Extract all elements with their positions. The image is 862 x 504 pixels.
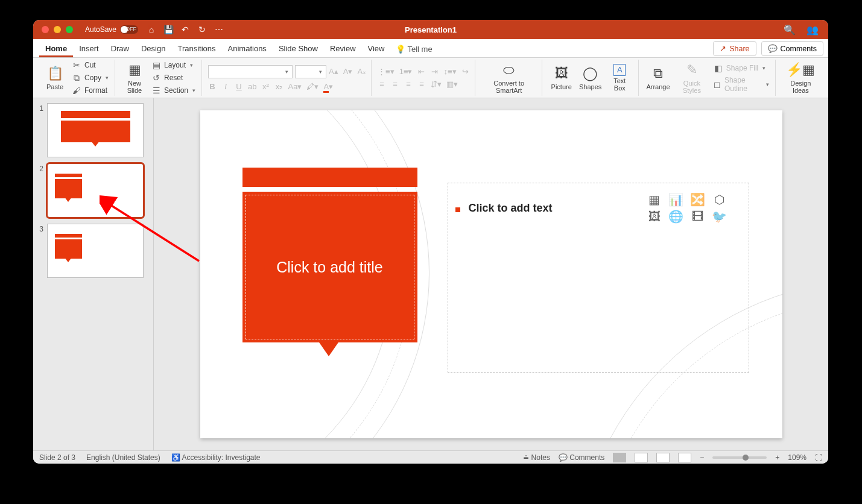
- change-case-button[interactable]: Aa▾: [288, 82, 302, 91]
- autosave-toggle[interactable]: AutoSave OFF: [85, 25, 138, 34]
- document-title: Presentation1: [405, 25, 457, 34]
- redo-icon[interactable]: ↻: [197, 25, 207, 34]
- decrease-font-icon[interactable]: A▾: [343, 67, 353, 76]
- layout-button[interactable]: ▤Layout▾: [150, 60, 197, 71]
- format-painter-button[interactable]: 🖌Format: [71, 85, 110, 96]
- share-people-icon[interactable]: 👥: [807, 24, 819, 36]
- thumbnail-2[interactable]: 2: [36, 163, 150, 218]
- title-placeholder[interactable]: Click to add title: [242, 192, 417, 342]
- undo-icon[interactable]: ↶: [180, 25, 190, 34]
- zoom-level[interactable]: 109%: [788, 453, 807, 462]
- reading-view-button[interactable]: [656, 453, 670, 462]
- insert-smartart-icon[interactable]: 🔀: [689, 193, 706, 206]
- thumbnail-3[interactable]: 3: [36, 224, 150, 278]
- share-button[interactable]: ↗Share: [713, 41, 756, 56]
- normal-view-button[interactable]: [613, 453, 626, 462]
- slide-counter[interactable]: Slide 2 of 3: [39, 453, 75, 462]
- zoom-out-button[interactable]: −: [700, 453, 704, 462]
- arrange-button[interactable]: ⧉Arrange: [645, 64, 671, 92]
- line-spacing-button[interactable]: ↕≡▾: [443, 67, 456, 76]
- align-right-button[interactable]: ≡: [404, 80, 413, 89]
- clipboard-icon: 📋: [46, 65, 63, 82]
- tab-insert[interactable]: Insert: [73, 40, 105, 57]
- fit-to-window-button[interactable]: ⛶: [815, 453, 822, 462]
- picture-button[interactable]: 🖼Picture: [548, 64, 575, 92]
- justify-button[interactable]: ≡: [417, 80, 426, 89]
- cut-button[interactable]: ✂Cut: [71, 60, 110, 71]
- align-left-button[interactable]: ≡: [378, 80, 386, 89]
- zoom-in-button[interactable]: +: [775, 453, 779, 462]
- quick-styles-button[interactable]: ✎Quick Styles: [674, 60, 710, 95]
- paste-button[interactable]: 📋 Paste: [42, 64, 68, 92]
- subscript-button[interactable]: x₂: [275, 82, 284, 91]
- tab-view[interactable]: View: [362, 40, 391, 57]
- close-window-button[interactable]: [42, 26, 49, 33]
- shape-outline-button[interactable]: ◻Shape Outline▾: [712, 75, 770, 93]
- more-icon[interactable]: ⋯: [214, 25, 224, 34]
- insert-icon-icon[interactable]: 🐦: [711, 210, 728, 223]
- search-icon[interactable]: 🔍: [784, 24, 796, 36]
- content-placeholder[interactable]: Click to add text ▦ 📊 🔀 ⬡ 🖼 🌐 🎞 🐦: [448, 183, 749, 373]
- tab-home[interactable]: Home: [39, 40, 73, 57]
- thumbnail-1[interactable]: 1: [36, 103, 150, 157]
- slideshow-view-button[interactable]: [678, 453, 691, 462]
- shapes-icon: ◯: [582, 65, 599, 82]
- tell-me-search[interactable]: 💡 Tell me: [391, 41, 437, 57]
- new-slide-button[interactable]: ▦ New Slide: [121, 60, 148, 95]
- shapes-button[interactable]: ◯Shapes: [577, 64, 604, 92]
- slide-canvas[interactable]: Click to add title Click to add text ▦ 📊…: [200, 110, 782, 438]
- columns-button[interactable]: ▥▾: [446, 80, 458, 89]
- increase-font-icon[interactable]: A▴: [329, 67, 338, 76]
- numbering-button[interactable]: 1≡▾: [399, 67, 413, 76]
- tab-transitions[interactable]: Transitions: [171, 40, 221, 57]
- tab-slide-show[interactable]: Slide Show: [273, 40, 324, 57]
- shape-fill-button[interactable]: ◧Shape Fill▾: [712, 63, 770, 74]
- callout-pointer: [318, 341, 340, 356]
- minimize-window-button[interactable]: [54, 26, 61, 33]
- tab-animations[interactable]: Animations: [222, 40, 273, 57]
- save-icon[interactable]: 💾: [163, 25, 173, 34]
- autosave-switch[interactable]: OFF: [120, 25, 138, 34]
- text-direction-button[interactable]: ↪: [461, 67, 470, 76]
- text-box-button[interactable]: AText Box: [606, 63, 633, 93]
- reset-button[interactable]: ↺Reset: [150, 72, 197, 83]
- bold-button[interactable]: B: [208, 82, 217, 91]
- decrease-indent-button[interactable]: ⇤: [417, 67, 425, 76]
- comments-button[interactable]: 💬Comments: [761, 41, 823, 56]
- tab-draw[interactable]: Draw: [105, 40, 135, 57]
- insert-chart-icon[interactable]: 📊: [668, 193, 685, 206]
- insert-3d-icon[interactable]: ⬡: [711, 193, 728, 206]
- align-center-button[interactable]: ≡: [391, 80, 399, 89]
- insert-picture-icon[interactable]: 🖼: [646, 210, 663, 223]
- notes-button[interactable]: ≐ Notes: [523, 453, 550, 462]
- font-size-select[interactable]: ▾: [295, 65, 326, 78]
- insert-table-icon[interactable]: ▦: [646, 193, 663, 206]
- status-bar: Slide 2 of 3 English (United States) ♿ A…: [33, 450, 828, 464]
- design-ideas-button[interactable]: ⚡▦Design Ideas: [782, 60, 820, 95]
- align-vertical-button[interactable]: ⇵▾: [431, 80, 442, 89]
- copy-button[interactable]: ⧉Copy▾: [71, 72, 110, 83]
- comments-status-button[interactable]: 💬 Comments: [559, 453, 604, 462]
- font-family-select[interactable]: ▾: [208, 65, 293, 78]
- zoom-slider[interactable]: [712, 456, 767, 459]
- maximize-window-button[interactable]: [66, 26, 73, 33]
- clear-format-icon[interactable]: Aₓ: [357, 67, 366, 76]
- underline-button[interactable]: U: [235, 82, 243, 91]
- superscript-button[interactable]: x²: [262, 82, 270, 91]
- bullets-button[interactable]: ⋮≡▾: [378, 67, 395, 76]
- increase-indent-button[interactable]: ⇥: [430, 67, 439, 76]
- tab-design[interactable]: Design: [135, 40, 171, 57]
- sorter-view-button[interactable]: [635, 453, 648, 462]
- convert-smartart-button[interactable]: ⬭ Convert to SmartArt: [481, 60, 537, 95]
- language-status[interactable]: English (United States): [86, 453, 160, 462]
- italic-button[interactable]: I: [221, 82, 230, 91]
- strike-button[interactable]: ab: [248, 82, 256, 91]
- section-button[interactable]: ☰Section▾: [150, 85, 197, 96]
- accessibility-status[interactable]: ♿ Accessibility: Investigate: [171, 453, 261, 462]
- tab-review[interactable]: Review: [324, 40, 362, 57]
- insert-online-picture-icon[interactable]: 🌐: [668, 210, 685, 223]
- insert-video-icon[interactable]: 🎞: [689, 210, 706, 223]
- home-icon[interactable]: ⌂: [147, 25, 156, 34]
- font-color-button[interactable]: A▾: [323, 82, 333, 91]
- highlight-button[interactable]: 🖍▾: [306, 82, 318, 91]
